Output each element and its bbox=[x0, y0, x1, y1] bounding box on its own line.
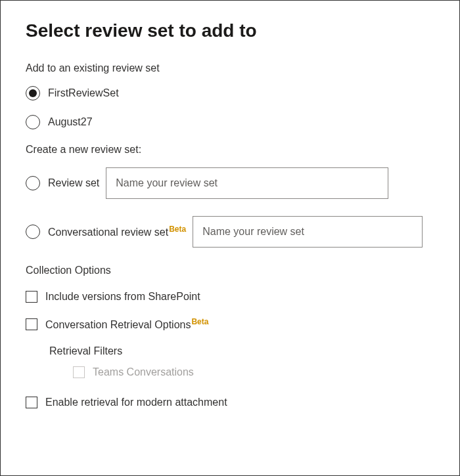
beta-badge: Beta bbox=[169, 225, 186, 234]
checkbox-label-teams-conversations: Teams Conversations bbox=[93, 366, 194, 378]
create-set-label: Create a new review set: bbox=[26, 144, 434, 156]
radio-label-august27: August27 bbox=[48, 116, 93, 128]
checkbox-label-enable-modern-attachment: Enable retrieval for modern attachment bbox=[45, 397, 227, 408]
retrieval-filters-label: Retrieval Filters bbox=[49, 345, 434, 357]
checkbox-label-conversation-retrieval: Conversation Retrieval OptionsBeta bbox=[45, 317, 208, 331]
existing-set-label: Add to an existing review set bbox=[26, 62, 434, 74]
checkbox-conversation-retrieval[interactable] bbox=[26, 318, 37, 330]
checkbox-include-versions[interactable] bbox=[26, 291, 37, 303]
collection-options-label: Collection Options bbox=[26, 265, 434, 276]
radio-first-review-set[interactable] bbox=[26, 86, 40, 100]
checkbox-label-include-versions: Include versions from SharePoint bbox=[45, 291, 200, 303]
radio-conversational-review-set[interactable] bbox=[26, 225, 40, 239]
beta-badge: Beta bbox=[191, 317, 208, 326]
radio-label-conversational-review-set: Conversational review setBeta bbox=[48, 225, 186, 238]
checkbox-teams-conversations bbox=[73, 366, 85, 378]
checkbox-enable-modern-attachment[interactable] bbox=[26, 397, 37, 408]
page-title: Select review set to add to bbox=[26, 20, 434, 41]
review-set-name-input[interactable] bbox=[106, 167, 388, 199]
radio-august27[interactable] bbox=[26, 115, 40, 129]
radio-label-review-set: Review set bbox=[48, 177, 99, 189]
radio-label-first-review-set: FirstReviewSet bbox=[48, 87, 119, 99]
radio-review-set[interactable] bbox=[26, 176, 40, 190]
conversational-review-set-name-input[interactable] bbox=[193, 216, 423, 248]
